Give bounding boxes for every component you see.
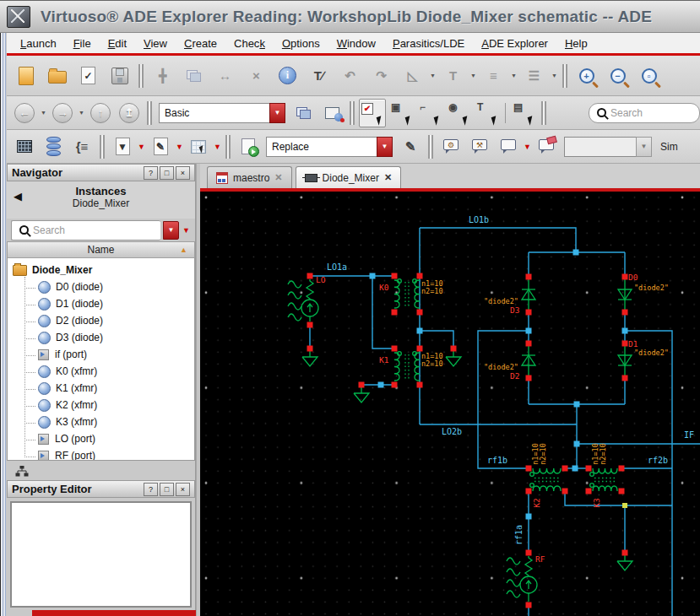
menu-item-ade-explorer[interactable]: ADE Explorer xyxy=(475,35,555,51)
stretch-button[interactable]: ↔ xyxy=(210,59,240,93)
pin[interactable] xyxy=(307,322,313,328)
pin[interactable] xyxy=(307,346,313,352)
close-tab-icon[interactable]: ✕ xyxy=(384,172,392,183)
pin[interactable] xyxy=(526,489,532,494)
results-browser-button[interactable] xyxy=(40,132,67,161)
save-button[interactable] xyxy=(105,59,134,93)
pin[interactable] xyxy=(392,382,398,388)
title-bar[interactable]: Virtuoso® ADE Explorer Reading: Workshop… xyxy=(0,1,700,33)
create-label-button[interactable]: T xyxy=(438,59,468,93)
menu-item-window[interactable]: Window xyxy=(330,35,383,51)
pin[interactable] xyxy=(392,310,398,316)
chevron-down-icon[interactable]: ▼ xyxy=(269,103,285,123)
tree-item-d2[interactable]: D2 (diode) xyxy=(8,312,194,329)
pin[interactable] xyxy=(622,310,628,316)
param-label[interactable]: "diode2" xyxy=(484,297,518,305)
net-label[interactable]: LO1a xyxy=(327,262,347,272)
junction[interactable] xyxy=(573,250,579,256)
tree-item-k1[interactable]: K1 (xfmr) xyxy=(8,380,194,397)
pin[interactable] xyxy=(622,550,628,556)
pin[interactable] xyxy=(622,274,628,280)
zoom-fit-button[interactable]: ▫ xyxy=(634,59,664,93)
pin[interactable] xyxy=(622,341,628,347)
comment-dropdown[interactable]: ▼ xyxy=(523,134,532,159)
menu-item-options[interactable]: Options xyxy=(275,35,327,51)
zoom-in-button[interactable]: + xyxy=(572,59,601,93)
schematic-canvas[interactable]: LO1aLO1bLO2brf1brf2brf1aIFLOK0K1D3D2D0D1… xyxy=(200,192,700,616)
menu-item-file[interactable]: File xyxy=(67,35,98,51)
highlighted-junction[interactable] xyxy=(622,503,627,508)
note-text-button[interactable]: T∕ xyxy=(304,59,334,93)
text-tool-button[interactable]: T xyxy=(474,99,501,127)
go-top-button[interactable]: ↥ xyxy=(116,99,143,127)
forward-button[interactable]: → xyxy=(49,99,76,127)
inst-label[interactable]: LO xyxy=(316,275,326,284)
net-label[interactable]: rf1b xyxy=(487,456,507,465)
undo-button[interactable]: ↶ xyxy=(335,59,365,93)
junction[interactable] xyxy=(378,382,384,388)
pin[interactable] xyxy=(526,550,532,556)
pin[interactable] xyxy=(417,310,423,316)
junction[interactable] xyxy=(417,328,423,334)
junction[interactable] xyxy=(574,402,580,408)
chevron-down-icon[interactable]: ▼ xyxy=(636,137,652,157)
net-label[interactable]: LO2b xyxy=(442,427,462,436)
align-dropdown[interactable]: ▼ xyxy=(509,63,518,89)
rotate-dropdown[interactable]: ▼ xyxy=(428,63,437,89)
param-label[interactable]: n2=10 xyxy=(539,443,547,465)
param-label[interactable]: "diode2" xyxy=(634,349,669,357)
back-button[interactable]: ← xyxy=(11,99,38,127)
toolbar-search-input[interactable]: Search xyxy=(589,103,700,123)
pin[interactable] xyxy=(526,274,532,280)
menu-item-create[interactable]: Create xyxy=(177,35,224,51)
hierarchy-icon[interactable] xyxy=(15,466,29,478)
open-cellview-button[interactable] xyxy=(42,59,72,93)
param-label[interactable]: "diode2" xyxy=(634,284,669,292)
tree-item-d1[interactable]: D1 (diode) xyxy=(8,295,194,312)
replace-mode-combo[interactable]: Replace▼ xyxy=(266,137,393,157)
schematic-drawing[interactable]: LO1aLO1bLO2brf1brf2brf1aIFLOK0K1D3D2D0D1… xyxy=(200,192,700,616)
inst-label[interactable]: RF xyxy=(535,554,545,564)
pin[interactable] xyxy=(586,489,592,494)
junction[interactable] xyxy=(574,441,580,447)
junction[interactable] xyxy=(370,273,376,279)
tree-item-d0[interactable]: D0 (diode) xyxy=(8,278,194,295)
distribute-button[interactable]: ☰ xyxy=(519,59,549,93)
pin[interactable] xyxy=(526,466,532,472)
pin[interactable] xyxy=(526,341,532,347)
float-panel-icon[interactable]: □ xyxy=(160,483,174,496)
workspace-combo[interactable]: Basic▼ xyxy=(159,103,285,123)
inst-label[interactable]: D1 xyxy=(628,339,638,349)
setup-wrench-button[interactable]: ⚙ xyxy=(437,132,464,161)
pin[interactable] xyxy=(417,382,423,388)
pin[interactable] xyxy=(619,466,625,472)
redraw-button[interactable] xyxy=(318,99,345,127)
pin[interactable] xyxy=(562,489,568,494)
junction[interactable] xyxy=(622,328,628,334)
inst-label[interactable]: K0 xyxy=(379,283,389,292)
search-filter-dropdown[interactable]: ▼ xyxy=(163,221,179,240)
comment-button[interactable] xyxy=(495,132,522,161)
pin[interactable] xyxy=(417,346,423,352)
menu-item-launch[interactable]: Launch xyxy=(14,35,63,51)
param-label[interactable]: n2=10 xyxy=(421,359,443,368)
property-editor-header[interactable]: Property Editor ? □ × xyxy=(7,480,195,498)
tree-item-d3[interactable]: D3 (diode) xyxy=(8,329,194,346)
instance-tree[interactable]: Diode_MixerD0 (diode)D1 (diode)D2 (diode… xyxy=(7,258,195,461)
tree-item-k3[interactable]: K3 (xfmr) xyxy=(8,413,194,430)
tab-maestro[interactable]: maestro✕ xyxy=(207,166,292,188)
netlist-and-run-button[interactable] xyxy=(235,132,262,161)
pin[interactable] xyxy=(562,466,568,472)
property-editor-body[interactable] xyxy=(10,501,192,608)
inst-label[interactable]: D2 xyxy=(510,371,519,381)
probe-tool-button[interactable]: ◉ xyxy=(445,99,472,127)
rotate-button[interactable]: ◺ xyxy=(398,59,427,93)
tree-item-lo[interactable]: LO (port) xyxy=(8,430,194,447)
new-cellview-button[interactable] xyxy=(11,59,41,93)
menu-item-parasitics-lde[interactable]: Parasitics/LDE xyxy=(386,35,471,51)
pin[interactable] xyxy=(359,382,365,388)
pin[interactable] xyxy=(526,376,532,381)
close-tab-icon[interactable]: ✕ xyxy=(274,172,282,183)
zoom-out-button[interactable]: − xyxy=(603,59,632,93)
help-icon[interactable]: ? xyxy=(144,166,158,180)
